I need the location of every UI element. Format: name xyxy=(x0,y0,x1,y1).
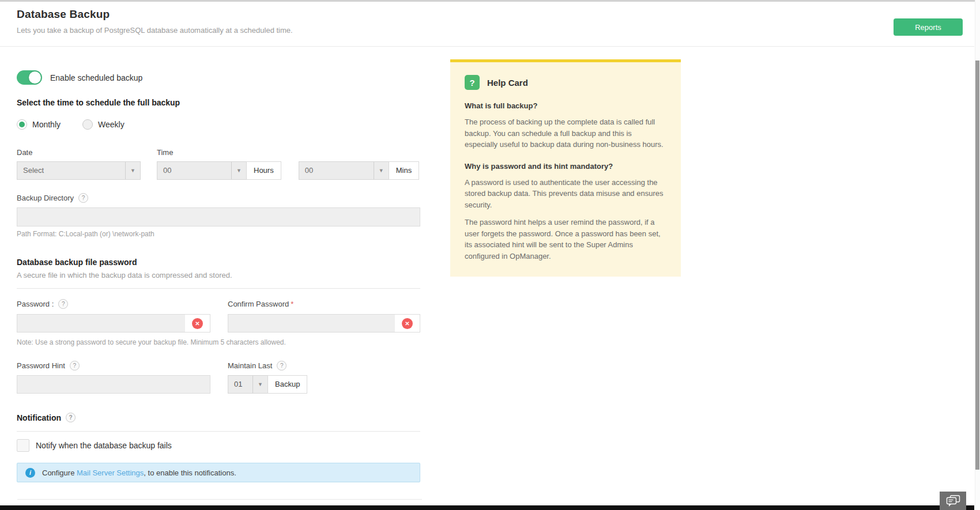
confirm-password-label: Confirm Password xyxy=(228,300,289,308)
maintain-last-select[interactable]: 01 ▼ xyxy=(228,375,268,394)
date-select-value: Select xyxy=(17,162,125,179)
maintain-last-value: 01 xyxy=(228,376,252,393)
info-suffix: , to enable this notifications. xyxy=(144,469,236,477)
help-answer-2a: A password is used to authenticate the u… xyxy=(465,177,666,211)
required-asterisk: * xyxy=(291,300,293,308)
backup-directory-label: Backup Directory xyxy=(17,194,74,202)
hours-unit-label: Hours xyxy=(246,161,281,180)
password-label: Password : xyxy=(17,300,54,308)
radio-monthly-label: Monthly xyxy=(32,120,61,129)
password-hint-label: Password Hint xyxy=(17,361,65,370)
error-icon: ✕ xyxy=(402,318,413,329)
header-divider xyxy=(0,46,974,47)
enable-backup-label: Enable scheduled backup xyxy=(50,73,142,82)
chevron-down-icon[interactable]: ▼ xyxy=(231,162,246,179)
hours-select[interactable]: 00 ▼ xyxy=(157,161,247,180)
radio-monthly[interactable]: Monthly xyxy=(17,119,61,130)
section-divider xyxy=(17,431,420,432)
enable-backup-toggle[interactable] xyxy=(17,70,42,85)
path-format-hint: Path Format: C:Local-path (or) \network-… xyxy=(17,230,420,238)
password-section-description: A secure file in which the backup data i… xyxy=(17,271,420,279)
help-icon[interactable]: ? xyxy=(78,193,88,203)
page-header: Database Backup Lets you take a backup o… xyxy=(17,8,293,35)
radio-weekly-circle[interactable] xyxy=(82,119,93,130)
hours-select-value: 00 xyxy=(157,162,231,179)
backup-settings-form: Enable scheduled backup Select the time … xyxy=(17,59,420,482)
confirm-password-validation-cell: ✕ xyxy=(395,315,420,332)
mail-server-info-text: Configure Mail Server Settings, to enabl… xyxy=(42,469,236,477)
error-icon: ✕ xyxy=(192,318,203,329)
vertical-scrollbar-thumb[interactable] xyxy=(975,61,979,470)
help-icon[interactable]: ? xyxy=(70,361,80,371)
radio-weekly[interactable]: Weekly xyxy=(82,119,125,130)
help-card-question-icon: ? xyxy=(465,75,480,90)
maintain-last-label: Maintain Last xyxy=(228,361,272,370)
help-question-2: Why is password and its hint mandatory? xyxy=(465,162,666,171)
help-card-title: Help Card xyxy=(487,78,528,88)
mins-select[interactable]: 00 ▼ xyxy=(299,161,389,180)
notification-heading: Notification xyxy=(17,413,61,422)
help-answer-2b: The password hint helps a user remind th… xyxy=(465,217,666,262)
info-prefix: Configure xyxy=(42,469,77,477)
help-question-1: What is full backup? xyxy=(465,101,666,110)
info-icon: i xyxy=(25,468,35,478)
date-select[interactable]: Select ▼ xyxy=(17,161,141,180)
feedback-chat-button[interactable] xyxy=(940,492,966,510)
mins-unit-label: Mins xyxy=(389,161,419,180)
backup-directory-input[interactable] xyxy=(17,207,420,226)
password-section-heading: Database backup file password xyxy=(17,258,420,267)
page-title: Database Backup xyxy=(17,8,293,21)
schedule-section-heading: Select the time to schedule the full bac… xyxy=(17,98,420,107)
confirm-password-input[interactable] xyxy=(228,315,395,332)
chat-bubbles-icon xyxy=(945,495,960,507)
help-icon[interactable]: ? xyxy=(66,413,76,422)
toggle-knob xyxy=(29,71,41,84)
radio-monthly-circle[interactable] xyxy=(17,119,27,130)
radio-selected-dot xyxy=(19,122,25,127)
vertical-scrollbar-track[interactable] xyxy=(975,0,980,510)
password-validation-cell: ✕ xyxy=(185,315,210,332)
notify-on-failure-label: Notify when the database backup fails xyxy=(36,441,172,450)
mail-server-info-banner: i Configure Mail Server Settings, to ena… xyxy=(17,463,420,482)
maintain-unit-label: Backup xyxy=(267,375,307,394)
chevron-down-icon[interactable]: ▼ xyxy=(125,162,140,179)
window-top-edge xyxy=(0,0,980,2)
help-card: ? Help Card What is full backup? The pro… xyxy=(450,59,681,277)
reports-button[interactable]: Reports xyxy=(894,18,963,36)
frequency-radio-group: Monthly Weekly xyxy=(17,119,420,130)
mins-select-value: 00 xyxy=(299,162,374,179)
password-input[interactable] xyxy=(17,315,185,332)
password-hint-input[interactable] xyxy=(17,375,210,394)
help-answer-1: The process of backing up the complete d… xyxy=(465,116,666,150)
help-icon[interactable]: ? xyxy=(277,361,287,371)
bottom-edge-bar xyxy=(0,505,974,510)
help-icon[interactable]: ? xyxy=(58,299,68,309)
date-label: Date xyxy=(17,148,157,157)
radio-weekly-label: Weekly xyxy=(98,120,125,129)
time-label: Time xyxy=(157,148,173,157)
notify-on-failure-checkbox[interactable] xyxy=(17,439,29,452)
section-divider xyxy=(17,288,420,289)
page-subtitle: Lets you take a backup of PostgreSQL dat… xyxy=(17,26,293,35)
chevron-down-icon[interactable]: ▼ xyxy=(374,162,389,179)
footer-divider xyxy=(17,499,422,500)
chevron-down-icon[interactable]: ▼ xyxy=(252,376,267,393)
password-note: Note: Use a strong password to secure yo… xyxy=(17,338,420,346)
mail-server-settings-link[interactable]: Mail Server Settings xyxy=(77,469,144,477)
